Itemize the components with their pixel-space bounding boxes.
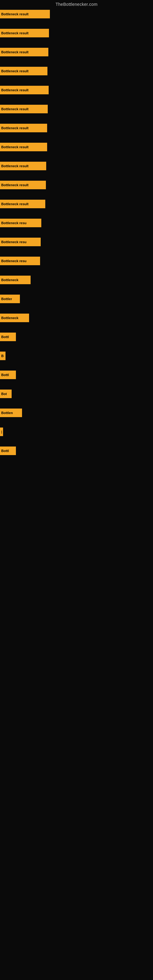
bottleneck-bar-5: Bottleneck result — [0, 105, 48, 113]
bar-label-3: Bottleneck result — [1, 69, 29, 73]
bottleneck-bar-22: | — [0, 428, 3, 436]
bar-row-23: Bottl — [0, 445, 153, 464]
site-header: TheBottlenecker.com — [0, 0, 153, 8]
bottleneck-bar-7: Bottleneck result — [0, 143, 47, 151]
bar-row-3: Bottleneck result — [0, 65, 153, 84]
bar-label-2: Bottleneck result — [1, 50, 29, 54]
bar-row-16: Bottleneck — [0, 312, 153, 331]
bar-row-17: Bottl — [0, 331, 153, 350]
bar-label-14: Bottleneck — [1, 278, 18, 282]
bar-label-17: Bottl — [1, 335, 9, 339]
bar-row-12: Bottleneck resu — [0, 236, 153, 255]
bar-row-11: Bottleneck resu — [0, 217, 153, 236]
bottleneck-bar-2: Bottleneck result — [0, 48, 48, 56]
bottleneck-bar-21: Bottlen — [0, 409, 22, 417]
bar-row-19: Bottl — [0, 369, 153, 388]
bottleneck-bar-13: Bottleneck resu — [0, 257, 40, 265]
bar-label-5: Bottleneck result — [1, 107, 29, 111]
bottleneck-bar-3: Bottleneck result — [0, 67, 48, 75]
bar-row-18: B — [0, 350, 153, 369]
bar-label-20: Bot — [1, 392, 7, 396]
bar-row-7: Bottleneck result — [0, 141, 153, 160]
bar-label-22: | — [1, 430, 2, 434]
bar-label-13: Bottleneck resu — [1, 259, 27, 263]
bottleneck-bar-20: Bot — [0, 390, 12, 398]
bar-label-0: Bottleneck result — [1, 12, 29, 16]
bottleneck-bar-10: Bottleneck result — [0, 200, 45, 208]
bar-row-22: | — [0, 426, 153, 445]
bar-row-5: Bottleneck result — [0, 103, 153, 122]
bar-label-1: Bottleneck result — [1, 31, 29, 35]
bar-row-1: Bottleneck result — [0, 27, 153, 46]
bar-label-10: Bottleneck result — [1, 202, 29, 206]
bar-label-11: Bottleneck resu — [1, 221, 27, 225]
bottleneck-bar-18: B — [0, 352, 5, 360]
bottleneck-bar-23: Bottl — [0, 447, 16, 455]
bottleneck-bar-6: Bottleneck result — [0, 124, 47, 132]
bar-row-20: Bot — [0, 388, 153, 407]
bar-row-0: Bottleneck result — [0, 8, 153, 27]
bar-row-15: Bottler — [0, 293, 153, 312]
bar-label-8: Bottleneck result — [1, 164, 29, 168]
bar-label-19: Bottl — [1, 373, 9, 377]
bottleneck-bar-8: Bottleneck result — [0, 162, 46, 170]
bar-row-4: Bottleneck result — [0, 84, 153, 103]
bar-label-4: Bottleneck result — [1, 88, 29, 92]
bar-label-15: Bottler — [1, 297, 12, 301]
site-title: TheBottlenecker.com — [0, 0, 153, 8]
bar-row-14: Bottleneck — [0, 274, 153, 293]
bottleneck-bar-11: Bottleneck resu — [0, 219, 41, 227]
bottleneck-bar-16: Bottleneck — [0, 313, 29, 322]
bar-row-9: Bottleneck result — [0, 179, 153, 198]
bar-label-16: Bottleneck — [1, 316, 18, 320]
bar-label-6: Bottleneck result — [1, 126, 29, 130]
bar-label-23: Bottl — [1, 449, 9, 453]
bar-row-2: Bottleneck result — [0, 46, 153, 65]
bar-label-18: B — [1, 354, 4, 358]
bottleneck-bar-9: Bottleneck result — [0, 181, 46, 189]
bar-row-21: Bottlen — [0, 407, 153, 426]
bar-label-9: Bottleneck result — [1, 183, 29, 187]
bottleneck-bar-17: Bottl — [0, 332, 16, 341]
bar-label-12: Bottleneck resu — [1, 240, 27, 244]
bar-row-13: Bottleneck resu — [0, 255, 153, 274]
bars-container: Bottleneck resultBottleneck resultBottle… — [0, 8, 153, 464]
bottleneck-bar-15: Bottler — [0, 294, 20, 303]
bar-label-7: Bottleneck result — [1, 145, 29, 149]
bottleneck-bar-12: Bottleneck resu — [0, 238, 41, 246]
bottleneck-bar-19: Bottl — [0, 371, 16, 379]
bottleneck-bar-14: Bottleneck — [0, 275, 30, 284]
bottleneck-bar-1: Bottleneck result — [0, 29, 49, 37]
bottleneck-bar-0: Bottleneck result — [0, 10, 50, 18]
bottleneck-bar-4: Bottleneck result — [0, 86, 49, 94]
bar-row-6: Bottleneck result — [0, 122, 153, 141]
bar-row-10: Bottleneck result — [0, 198, 153, 217]
bar-label-21: Bottlen — [1, 411, 13, 415]
bar-row-8: Bottleneck result — [0, 160, 153, 179]
